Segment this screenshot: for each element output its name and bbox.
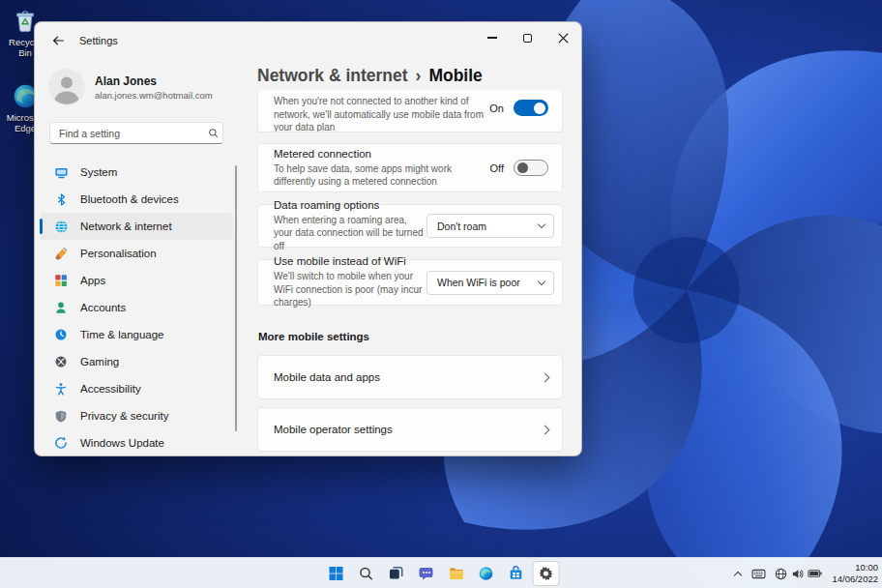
titlebar: Settings	[35, 22, 581, 59]
sidebar-item-label: System	[80, 166, 117, 178]
sidebar-item-label: Apps	[80, 275, 105, 286]
sidebar-item-system[interactable]: System	[40, 159, 233, 186]
sidebar-item-windows-update[interactable]: Windows Update	[40, 429, 233, 456]
sidebar-item-accessibility[interactable]: Accessibility	[40, 375, 233, 402]
mobile-data-toggle[interactable]	[514, 100, 548, 116]
dropdown-value: Don't roam	[437, 220, 486, 232]
taskbar-center-icons	[323, 558, 560, 588]
sidebar-item-bluetooth-devices[interactable]: Bluetooth & devices	[40, 186, 233, 213]
chevron-down-icon	[538, 277, 545, 284]
sidebar-item-label: Network & internet	[80, 220, 172, 232]
edge-icon	[479, 566, 494, 581]
mobile-instead-wifi-card: Use mobile instead of WiFi We'll switch …	[257, 259, 563, 306]
chevron-right-icon	[541, 372, 550, 382]
store-button[interactable]	[503, 561, 530, 586]
clock[interactable]: 10:00 14/06/2022	[832, 562, 878, 586]
page-title: Mobile	[428, 66, 482, 86]
sidebar-item-label: Accounts	[80, 302, 126, 313]
close-icon	[558, 33, 569, 44]
selected-accent-bar	[40, 219, 43, 234]
mobile-data-and-apps-link[interactable]: Mobile data and apps	[257, 355, 563, 399]
battery-icon	[808, 569, 822, 578]
store-icon	[509, 566, 524, 581]
wifi-fallback-description: We'll switch to mobile when your WiFi co…	[274, 270, 426, 309]
minimize-button[interactable]	[474, 22, 510, 53]
search-icon	[359, 566, 374, 581]
privacy-security-icon	[53, 408, 69, 424]
file-explorer-button[interactable]	[443, 561, 470, 586]
mobile-operator-settings-link[interactable]: Mobile operator settings	[257, 407, 563, 452]
settings-button[interactable]	[533, 561, 560, 586]
taskbar: 10:00 14/06/2022	[0, 557, 882, 588]
sidebar: Alan Jones alan.jones.wm@hotmail.com Sys…	[35, 59, 238, 456]
wifi-fallback-title: Use mobile instead of WiFi	[274, 255, 426, 267]
back-arrow-icon	[51, 34, 65, 47]
more-mobile-settings-header: More mobile settings	[258, 331, 563, 344]
sidebar-item-accounts[interactable]: Accounts	[40, 294, 233, 321]
sidebar-scrollbar[interactable]	[235, 165, 238, 431]
chat-icon	[419, 566, 434, 581]
maximize-button[interactable]	[510, 22, 545, 53]
minimize-icon	[487, 37, 497, 38]
metered-toggle[interactable]	[514, 160, 548, 176]
sidebar-item-gaming[interactable]: Gaming	[40, 348, 233, 375]
sidebar-item-label: Time & language	[80, 329, 164, 340]
close-button[interactable]	[545, 22, 581, 53]
toggle-state-label: On	[489, 103, 504, 114]
personalisation-icon	[53, 246, 69, 261]
breadcrumb-parent[interactable]: Network & internet	[257, 66, 408, 86]
settings-cards: When you're not connected to another kin…	[257, 90, 563, 452]
sidebar-item-privacy-security[interactable]: Privacy & security	[40, 402, 233, 429]
sidebar-item-network-internet[interactable]: Network & internet	[40, 213, 233, 240]
keyboard-icon	[751, 569, 766, 579]
apps-icon	[53, 273, 69, 288]
avatar	[48, 69, 85, 105]
clock-date: 14/06/2022	[832, 573, 878, 585]
file-explorer-icon	[448, 566, 464, 582]
chevron-down-icon	[538, 220, 545, 228]
user-profile[interactable]: Alan Jones alan.jones.wm@hotmail.com	[48, 69, 238, 105]
gaming-icon	[53, 354, 69, 369]
system-icon	[53, 164, 69, 180]
user-name: Alan Jones	[95, 74, 213, 88]
start-button[interactable]	[323, 561, 350, 586]
settings-window: Settings Alan Jones alan.jones	[34, 21, 582, 456]
sidebar-item-time-language[interactable]: Time & language	[40, 321, 233, 348]
time-language-icon	[53, 327, 69, 342]
task-view-button[interactable]	[383, 561, 410, 586]
edge-button[interactable]	[473, 561, 500, 586]
tray-overflow-button[interactable]	[733, 568, 743, 580]
network-internet-icon	[53, 219, 69, 234]
mobile-data-toggle-row: On	[489, 100, 548, 116]
network-globe-icon	[775, 568, 787, 580]
sidebar-item-apps[interactable]: Apps	[40, 267, 233, 294]
roaming-dropdown[interactable]: Don't roam	[426, 214, 554, 238]
toggle-knob	[534, 103, 545, 114]
mobile-data-card: When you're not connected to another kin…	[257, 90, 563, 132]
metered-description: To help save data, some apps might work …	[274, 162, 472, 189]
sidebar-item-label: Privacy & security	[80, 410, 168, 422]
windows-update-icon	[53, 435, 69, 451]
chat-button[interactable]	[413, 561, 440, 586]
volume-icon	[791, 568, 804, 580]
user-email: alan.jones.wm@hotmail.com	[95, 90, 213, 101]
search-button[interactable]	[353, 561, 380, 586]
wifi-fallback-dropdown[interactable]: When WiFi is poor	[426, 271, 554, 295]
search-icon	[203, 128, 222, 138]
task-view-icon	[389, 566, 404, 581]
touch-keyboard-button[interactable]	[750, 567, 768, 581]
network-volume-battery-group[interactable]	[775, 568, 822, 580]
sidebar-item-label: Windows Update	[80, 437, 164, 449]
chevron-right-icon	[541, 425, 550, 434]
roaming-description: When entering a roaming area, your data …	[274, 214, 426, 253]
dropdown-value: When WiFi is poor	[437, 277, 520, 288]
toggle-knob	[517, 162, 528, 173]
search-box	[49, 122, 223, 144]
metered-title: Metered connection	[274, 148, 472, 160]
back-button[interactable]	[44, 28, 72, 53]
data-roaming-card: Data roaming options When entering a roa…	[257, 204, 563, 248]
sidebar-item-personalisation[interactable]: Personalisation	[40, 240, 233, 267]
accounts-icon	[53, 300, 69, 315]
search-input[interactable]	[50, 128, 203, 139]
system-tray: 10:00 14/06/2022	[733, 558, 878, 588]
